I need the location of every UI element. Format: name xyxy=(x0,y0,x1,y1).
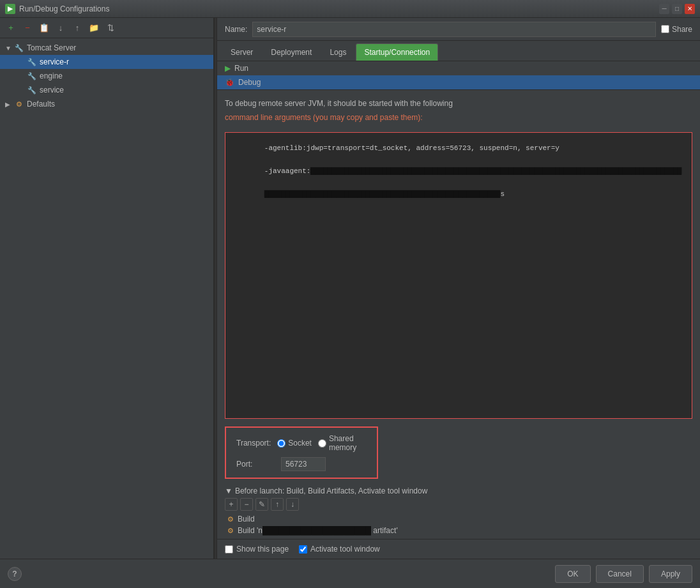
tabs-bar: Server Deployment Logs Startup/Connectio… xyxy=(217,41,700,61)
before-launch-arrow: ▼ xyxy=(225,486,232,495)
right-panel: Name: Share Server Deployment Logs Start… xyxy=(217,18,700,559)
sidebar-toolbar: + − 📋 ↓ ↑ 📁 ⇅ xyxy=(0,18,213,38)
shared-memory-option[interactable]: Shared memory xyxy=(318,434,367,452)
bl-item-artifact-label: Build 'n████████████████████ artifact' xyxy=(238,526,398,535)
close-button[interactable]: ✕ xyxy=(685,4,695,14)
sort-button[interactable]: ⇅ xyxy=(103,21,118,35)
port-row: Port: xyxy=(236,457,367,471)
transport-label: Transport: xyxy=(236,439,271,448)
remove-config-button[interactable]: − xyxy=(20,21,34,35)
config-icon: 🔧 xyxy=(27,85,37,95)
before-launch-label: Before launch: Build, Build Artifacts, A… xyxy=(235,486,428,495)
before-launch-section: ▼ Before launch: Build, Build Artifacts,… xyxy=(217,484,700,539)
run-label: Run xyxy=(234,64,248,73)
socket-radio[interactable] xyxy=(277,439,285,448)
folder-button[interactable]: 📁 xyxy=(87,21,101,35)
expand-arrow: ▼ xyxy=(5,45,13,52)
minimize-button[interactable]: ─ xyxy=(659,4,669,14)
window-controls: ─ □ ✕ xyxy=(659,4,695,14)
activate-window-checkbox[interactable] xyxy=(299,545,307,554)
bottom-options: Show this page Activate tool window xyxy=(217,539,700,559)
port-input[interactable] xyxy=(281,457,326,471)
bl-item-label: Build xyxy=(238,515,255,524)
before-launch-toolbar: + − ✎ ↑ ↓ xyxy=(225,498,692,511)
tab-deployment[interactable]: Deployment xyxy=(262,43,320,61)
sidebar-tree: ▼ 🔧 Tomcat Server 🔧 service-r 🔧 engine xyxy=(0,38,213,559)
info-line1: To debug remote server JVM, it should be… xyxy=(225,98,692,109)
sidebar-item-tomcat-server[interactable]: ▼ 🔧 Tomcat Server xyxy=(0,41,213,55)
name-input[interactable] xyxy=(252,22,656,37)
transport-row: Transport: Socket Shared memory xyxy=(236,434,367,452)
info-highlight: command line arguments (you may copy and… xyxy=(225,113,422,122)
command-line-3: ████████████████████████████████████████… xyxy=(264,190,505,198)
config-icon: 🔧 xyxy=(27,71,37,81)
bl-up-button[interactable]: ↑ xyxy=(271,498,284,511)
sidebar-item-label: Tomcat Server xyxy=(27,43,76,52)
info-line2: command line arguments (you may copy and… xyxy=(225,112,692,123)
name-bar: Name: Share xyxy=(217,18,700,41)
tomcat-icon: 🔧 xyxy=(14,43,24,53)
share-checkbox[interactable] xyxy=(661,25,669,33)
share-area: Share xyxy=(661,25,692,34)
tab-content: ▶ Run 🐞 Debug To debug remote server JVM… xyxy=(217,61,700,559)
run-item[interactable]: ▶ Run xyxy=(217,61,700,75)
show-page-label: Show this page xyxy=(236,545,289,554)
activate-window-option[interactable]: Activate tool window xyxy=(299,545,380,554)
sidebar-item-service-r[interactable]: 🔧 service-r xyxy=(0,55,213,69)
defaults-icon: ⚙ xyxy=(14,99,24,109)
config-icon: 🔧 xyxy=(27,57,37,67)
add-config-button[interactable]: + xyxy=(4,21,18,35)
command-box[interactable]: -agentlib:jdwp=transport=dt_socket, addr… xyxy=(225,132,692,419)
build-artifact-icon: ⚙ xyxy=(227,527,234,535)
command-line-1: -agentlib:jdwp=transport=dt_socket, addr… xyxy=(264,144,559,152)
bl-remove-button[interactable]: − xyxy=(240,498,253,511)
title-bar: ▶ Run/Debug Configurations ─ □ ✕ xyxy=(0,0,700,18)
bl-down-button[interactable]: ↓ xyxy=(286,498,299,511)
socket-label: Socket xyxy=(288,439,312,448)
run-icon: ▶ xyxy=(225,64,231,73)
sidebar-item-defaults[interactable]: ▶ ⚙ Defaults xyxy=(0,97,213,111)
sidebar-item-service[interactable]: 🔧 service xyxy=(0,83,213,97)
move-up-button[interactable]: ↑ xyxy=(70,21,84,35)
build-icon: ⚙ xyxy=(227,515,234,524)
footer-left: ? xyxy=(8,567,550,581)
socket-option[interactable]: Socket xyxy=(277,439,312,448)
tab-server[interactable]: Server xyxy=(222,43,261,61)
cancel-button[interactable]: Cancel xyxy=(596,565,644,583)
bl-item-build: ⚙ Build xyxy=(225,513,692,525)
show-page-option[interactable]: Show this page xyxy=(225,545,289,554)
app-icon: ▶ xyxy=(5,4,15,14)
debug-icon: 🐞 xyxy=(225,78,234,87)
sidebar-item-label: service-r xyxy=(40,57,69,66)
shared-memory-label: Shared memory xyxy=(329,434,367,452)
ok-button[interactable]: OK xyxy=(555,565,590,583)
transport-section: Transport: Socket Shared memory Port: xyxy=(225,426,378,479)
sidebar: + − 📋 ↓ ↑ 📁 ⇅ ▼ 🔧 Tomcat Server 🔧 servic… xyxy=(0,18,214,559)
command-line-2: -javaagent:█████████████████████████████… xyxy=(264,167,682,175)
debug-label: Debug xyxy=(238,78,261,87)
sidebar-item-label: Defaults xyxy=(27,100,55,109)
port-label: Port: xyxy=(236,460,275,469)
tab-startup-connection[interactable]: Startup/Connection xyxy=(356,43,438,61)
bl-edit-button[interactable]: ✎ xyxy=(255,498,268,511)
debug-item[interactable]: 🐞 Debug xyxy=(217,75,700,89)
help-button[interactable]: ? xyxy=(8,567,22,581)
bl-item-build-artifact: ⚙ Build 'n████████████████████ artifact' xyxy=(225,525,692,536)
sidebar-item-engine[interactable]: 🔧 engine xyxy=(0,69,213,83)
apply-button[interactable]: Apply xyxy=(649,565,692,583)
name-label: Name: xyxy=(225,25,247,34)
shared-memory-radio[interactable] xyxy=(318,439,326,448)
main-layout: + − 📋 ↓ ↑ 📁 ⇅ ▼ 🔧 Tomcat Server 🔧 servic… xyxy=(0,18,700,559)
activate-window-label: Activate tool window xyxy=(310,545,380,554)
show-page-checkbox[interactable] xyxy=(225,545,233,554)
share-label: Share xyxy=(672,25,692,34)
info-section: To debug remote server JVM, it should be… xyxy=(217,90,700,130)
maximize-button[interactable]: □ xyxy=(672,4,682,14)
window-title: Run/Debug Configurations xyxy=(19,4,659,13)
tab-logs[interactable]: Logs xyxy=(321,43,354,61)
copy-config-button[interactable]: 📋 xyxy=(37,21,51,35)
move-down-button[interactable]: ↓ xyxy=(54,21,68,35)
sidebar-item-label: engine xyxy=(40,72,63,80)
bl-add-button[interactable]: + xyxy=(225,498,238,511)
run-debug-list: ▶ Run 🐞 Debug xyxy=(217,61,700,90)
